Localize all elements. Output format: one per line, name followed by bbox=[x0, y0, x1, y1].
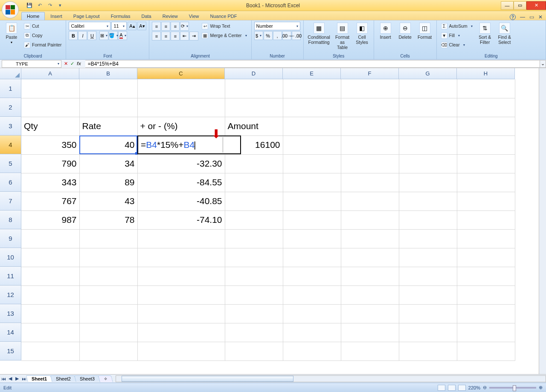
cell-A9[interactable] bbox=[21, 229, 79, 248]
cell-C5[interactable]: -32.30 bbox=[137, 154, 225, 173]
tab-review[interactable]: Review bbox=[157, 12, 183, 20]
cell-G7[interactable] bbox=[399, 192, 457, 210]
find-select-button[interactable]: 🔍Find & Select bbox=[496, 22, 514, 46]
cell-styles-button[interactable]: ◧Cell Styles bbox=[353, 22, 371, 46]
cell-A12[interactable] bbox=[21, 285, 79, 304]
cell-A14[interactable] bbox=[21, 323, 79, 342]
format-painter-button[interactable]: 🖌Format Painter bbox=[22, 40, 63, 49]
cell-F13[interactable] bbox=[341, 304, 399, 323]
zoom-out-icon[interactable]: ⊖ bbox=[483, 385, 487, 390]
autosum-button[interactable]: ΣAutoSum bbox=[439, 22, 474, 30]
cell-E3[interactable] bbox=[283, 117, 341, 135]
col-header-G[interactable]: G bbox=[399, 68, 457, 79]
fill-color-button[interactable]: 🪣 bbox=[109, 31, 118, 40]
cell-H8[interactable] bbox=[457, 210, 515, 229]
enter-formula-icon[interactable]: ✓ bbox=[70, 61, 74, 66]
cell-C14[interactable] bbox=[137, 323, 225, 342]
cell-A4[interactable]: 350 bbox=[21, 135, 79, 154]
delete-cells-button[interactable]: ⊖Delete bbox=[396, 22, 414, 40]
cell-B11[interactable] bbox=[79, 267, 137, 285]
cell-G5[interactable] bbox=[399, 154, 457, 173]
cell-H14[interactable] bbox=[457, 323, 515, 342]
cell-D9[interactable] bbox=[225, 229, 283, 248]
cell-B4[interactable]: 40 bbox=[79, 135, 137, 154]
col-header-H[interactable]: H bbox=[457, 68, 515, 79]
cell-A15[interactable] bbox=[21, 342, 79, 360]
cell-B12[interactable] bbox=[79, 285, 137, 304]
tab-view[interactable]: View bbox=[183, 12, 205, 20]
close-button[interactable]: ✕ bbox=[526, 1, 546, 10]
cell-G6[interactable] bbox=[399, 173, 457, 192]
active-cell-editor[interactable]: =B4*15%+B4| bbox=[137, 135, 241, 154]
cell-C12[interactable] bbox=[137, 285, 225, 304]
cell-F5[interactable] bbox=[341, 154, 399, 173]
sheet-tab-2[interactable]: Sheet2 bbox=[50, 375, 76, 382]
merge-center-button[interactable]: ▦Merge & Center bbox=[200, 31, 248, 40]
cancel-formula-icon[interactable]: ✕ bbox=[64, 61, 68, 66]
row-header-4[interactable]: 4 bbox=[0, 135, 21, 154]
row-header-3[interactable]: 3 bbox=[0, 117, 21, 135]
align-center-icon[interactable]: ≡ bbox=[161, 32, 170, 40]
cell-B14[interactable] bbox=[79, 323, 137, 342]
tab-insert[interactable]: Insert bbox=[45, 12, 68, 20]
cell-D11[interactable] bbox=[225, 267, 283, 285]
name-box[interactable]: TYPE bbox=[2, 60, 61, 68]
insert-cells-button[interactable]: ⊕Insert bbox=[377, 22, 395, 40]
cell-H9[interactable] bbox=[457, 229, 515, 248]
cell-H4[interactable] bbox=[457, 135, 515, 154]
font-size-select[interactable]: 11 bbox=[111, 22, 127, 30]
cell-H1[interactable] bbox=[457, 79, 515, 98]
decrease-decimal-icon[interactable]: ←.00 bbox=[292, 31, 301, 40]
row-header-9[interactable]: 9 bbox=[0, 229, 21, 248]
cell-G8[interactable] bbox=[399, 210, 457, 229]
shrink-font-icon[interactable]: A▾ bbox=[137, 22, 146, 30]
cell-B7[interactable]: 43 bbox=[79, 192, 137, 210]
cell-B3[interactable]: Rate bbox=[79, 117, 137, 135]
tab-formulas[interactable]: Formulas bbox=[105, 12, 136, 20]
cell-F11[interactable] bbox=[341, 267, 399, 285]
cell-D6[interactable] bbox=[225, 173, 283, 192]
cell-B9[interactable] bbox=[79, 229, 137, 248]
cell-H5[interactable] bbox=[457, 154, 515, 173]
fill-button[interactable]: ▼Fill bbox=[439, 31, 474, 40]
horizontal-scrollbar[interactable] bbox=[116, 375, 546, 382]
cell-H12[interactable] bbox=[457, 285, 515, 304]
cell-D15[interactable] bbox=[225, 342, 283, 360]
paste-button[interactable]: 📋 Paste ▾ bbox=[3, 22, 20, 45]
cell-H15[interactable] bbox=[457, 342, 515, 360]
cell-B2[interactable] bbox=[79, 98, 137, 117]
cell-F10[interactable] bbox=[341, 248, 399, 267]
cell-D12[interactable] bbox=[225, 285, 283, 304]
cell-C1[interactable] bbox=[137, 79, 225, 98]
cell-C9[interactable] bbox=[137, 229, 225, 248]
row-header-13[interactable]: 13 bbox=[0, 304, 21, 323]
cell-D2[interactable] bbox=[225, 98, 283, 117]
row-header-5[interactable]: 5 bbox=[0, 154, 21, 173]
cell-A8[interactable]: 987 bbox=[21, 210, 79, 229]
decrease-indent-icon[interactable]: ⇤ bbox=[180, 32, 189, 40]
zoom-slider[interactable] bbox=[489, 387, 536, 389]
align-bottom-icon[interactable]: ≡ bbox=[171, 22, 180, 31]
cell-A1[interactable] bbox=[21, 79, 79, 98]
cell-E12[interactable] bbox=[283, 285, 341, 304]
border-button[interactable]: ⊞ bbox=[99, 31, 108, 40]
conditional-formatting-button[interactable]: ▦Conditional Formatting bbox=[306, 22, 332, 46]
cell-E7[interactable] bbox=[283, 192, 341, 210]
cell-E1[interactable] bbox=[283, 79, 341, 98]
cell-D8[interactable] bbox=[225, 210, 283, 229]
row-header-6[interactable]: 6 bbox=[0, 173, 21, 192]
cell-G15[interactable] bbox=[399, 342, 457, 360]
increase-decimal-icon[interactable]: .00→ bbox=[282, 31, 291, 40]
cell-C11[interactable] bbox=[137, 267, 225, 285]
cell-E4[interactable] bbox=[283, 135, 341, 154]
italic-button[interactable]: I bbox=[78, 31, 87, 40]
sort-filter-button[interactable]: ⇅Sort & Filter bbox=[476, 22, 494, 46]
cell-H6[interactable] bbox=[457, 173, 515, 192]
formula-input[interactable]: =B4*15%+B4 bbox=[85, 60, 540, 68]
cell-A5[interactable]: 790 bbox=[21, 154, 79, 173]
cell-E15[interactable] bbox=[283, 342, 341, 360]
cell-F1[interactable] bbox=[341, 79, 399, 98]
cell-A2[interactable] bbox=[21, 98, 79, 117]
cell-H10[interactable] bbox=[457, 248, 515, 267]
cell-D14[interactable] bbox=[225, 323, 283, 342]
